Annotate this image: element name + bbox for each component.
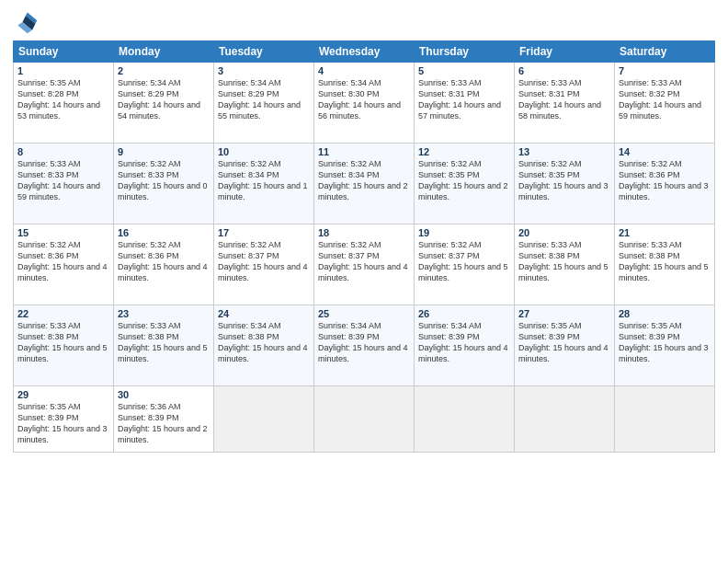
empty-cell: [415, 386, 515, 453]
day-number: 2: [118, 65, 210, 76]
logo-icon: [13, 9, 39, 35]
cell-info: Sunrise: 5:33 AMSunset: 8:38 PMDaylight:…: [118, 320, 210, 365]
calendar-cell-2: 2Sunrise: 5:34 AMSunset: 8:29 PMDaylight…: [114, 63, 214, 144]
cell-info: Sunrise: 5:34 AMSunset: 8:38 PMDaylight:…: [218, 320, 310, 365]
day-number: 26: [418, 308, 510, 319]
calendar-cell-11: 11Sunrise: 5:32 AMSunset: 8:34 PMDayligh…: [314, 144, 415, 224]
day-number: 22: [17, 308, 109, 319]
day-number: 8: [17, 146, 109, 157]
cell-info: Sunrise: 5:33 AMSunset: 8:31 PMDaylight:…: [518, 77, 610, 122]
header: [13, 9, 715, 35]
empty-cell: [314, 386, 415, 453]
calendar-cell-13: 13Sunrise: 5:32 AMSunset: 8:35 PMDayligh…: [515, 144, 615, 224]
cell-info: Sunrise: 5:35 AMSunset: 8:39 PMDaylight:…: [619, 320, 711, 365]
calendar-cell-10: 10Sunrise: 5:32 AMSunset: 8:34 PMDayligh…: [214, 144, 314, 224]
cell-info: Sunrise: 5:32 AMSunset: 8:36 PMDaylight:…: [17, 239, 109, 284]
calendar-cell-15: 15Sunrise: 5:32 AMSunset: 8:36 PMDayligh…: [14, 224, 114, 305]
day-number: 9: [118, 146, 210, 157]
logo: [13, 9, 42, 35]
calendar-row-1: 1Sunrise: 5:35 AMSunset: 8:28 PMDaylight…: [14, 63, 715, 144]
calendar-cell-4: 4Sunrise: 5:34 AMSunset: 8:30 PMDaylight…: [314, 63, 415, 144]
day-number: 7: [619, 65, 711, 76]
calendar-cell-25: 25Sunrise: 5:34 AMSunset: 8:39 PMDayligh…: [314, 305, 415, 386]
calendar-cell-21: 21Sunrise: 5:33 AMSunset: 8:38 PMDayligh…: [615, 224, 715, 305]
calendar-cell-29: 29Sunrise: 5:35 AMSunset: 8:39 PMDayligh…: [14, 386, 114, 453]
day-number: 27: [518, 308, 610, 319]
day-number: 4: [318, 65, 410, 76]
calendar-cell-28: 28Sunrise: 5:35 AMSunset: 8:39 PMDayligh…: [615, 305, 715, 386]
cell-info: Sunrise: 5:35 AMSunset: 8:28 PMDaylight:…: [17, 77, 109, 122]
calendar-cell-1: 1Sunrise: 5:35 AMSunset: 8:28 PMDaylight…: [14, 63, 114, 144]
empty-cell: [615, 386, 715, 453]
day-number: 13: [518, 146, 610, 157]
calendar-cell-22: 22Sunrise: 5:33 AMSunset: 8:38 PMDayligh…: [14, 305, 114, 386]
cell-info: Sunrise: 5:32 AMSunset: 8:33 PMDaylight:…: [118, 158, 210, 203]
calendar-cell-23: 23Sunrise: 5:33 AMSunset: 8:38 PMDayligh…: [114, 305, 214, 386]
cell-info: Sunrise: 5:34 AMSunset: 8:29 PMDaylight:…: [118, 77, 210, 122]
calendar-cell-16: 16Sunrise: 5:32 AMSunset: 8:36 PMDayligh…: [114, 224, 214, 305]
header-friday: Friday: [515, 41, 615, 63]
calendar-row-3: 15Sunrise: 5:32 AMSunset: 8:36 PMDayligh…: [14, 224, 715, 305]
cell-info: Sunrise: 5:32 AMSunset: 8:37 PMDaylight:…: [418, 239, 510, 284]
cell-info: Sunrise: 5:36 AMSunset: 8:39 PMDaylight:…: [118, 401, 210, 446]
calendar-cell-3: 3Sunrise: 5:34 AMSunset: 8:29 PMDaylight…: [214, 63, 314, 144]
day-number: 19: [418, 227, 510, 238]
day-number: 1: [17, 65, 109, 76]
calendar-cell-27: 27Sunrise: 5:35 AMSunset: 8:39 PMDayligh…: [515, 305, 615, 386]
day-number: 14: [619, 146, 711, 157]
calendar-cell-18: 18Sunrise: 5:32 AMSunset: 8:37 PMDayligh…: [314, 224, 415, 305]
day-number: 24: [218, 308, 310, 319]
cell-info: Sunrise: 5:32 AMSunset: 8:34 PMDaylight:…: [318, 158, 410, 203]
cell-info: Sunrise: 5:32 AMSunset: 8:35 PMDaylight:…: [418, 158, 510, 203]
day-number: 3: [218, 65, 310, 76]
header-tuesday: Tuesday: [214, 41, 314, 63]
day-number: 29: [17, 389, 109, 400]
cell-info: Sunrise: 5:33 AMSunset: 8:38 PMDaylight:…: [17, 320, 109, 365]
calendar-table: Sunday Monday Tuesday Wednesday Thursday…: [13, 40, 715, 453]
weekday-header-row: Sunday Monday Tuesday Wednesday Thursday…: [14, 41, 715, 63]
calendar-cell-20: 20Sunrise: 5:33 AMSunset: 8:38 PMDayligh…: [515, 224, 615, 305]
day-number: 23: [118, 308, 210, 319]
calendar-cell-17: 17Sunrise: 5:32 AMSunset: 8:37 PMDayligh…: [214, 224, 314, 305]
day-number: 12: [418, 146, 510, 157]
calendar-row-5: 29Sunrise: 5:35 AMSunset: 8:39 PMDayligh…: [14, 386, 715, 453]
calendar-cell-7: 7Sunrise: 5:33 AMSunset: 8:32 PMDaylight…: [615, 63, 715, 144]
cell-info: Sunrise: 5:33 AMSunset: 8:31 PMDaylight:…: [418, 77, 510, 122]
cell-info: Sunrise: 5:34 AMSunset: 8:39 PMDaylight:…: [418, 320, 510, 365]
header-saturday: Saturday: [615, 41, 715, 63]
calendar-cell-12: 12Sunrise: 5:32 AMSunset: 8:35 PMDayligh…: [415, 144, 515, 224]
day-number: 11: [318, 146, 410, 157]
calendar-cell-19: 19Sunrise: 5:32 AMSunset: 8:37 PMDayligh…: [415, 224, 515, 305]
cell-info: Sunrise: 5:32 AMSunset: 8:36 PMDaylight:…: [118, 239, 210, 284]
cell-info: Sunrise: 5:32 AMSunset: 8:34 PMDaylight:…: [218, 158, 310, 203]
cell-info: Sunrise: 5:33 AMSunset: 8:33 PMDaylight:…: [17, 158, 109, 203]
cell-info: Sunrise: 5:32 AMSunset: 8:36 PMDaylight:…: [619, 158, 711, 203]
day-number: 16: [118, 227, 210, 238]
calendar-cell-6: 6Sunrise: 5:33 AMSunset: 8:31 PMDaylight…: [515, 63, 615, 144]
day-number: 28: [619, 308, 711, 319]
cell-info: Sunrise: 5:33 AMSunset: 8:32 PMDaylight:…: [619, 77, 711, 122]
cell-info: Sunrise: 5:32 AMSunset: 8:37 PMDaylight:…: [318, 239, 410, 284]
header-sunday: Sunday: [14, 41, 114, 63]
calendar-cell-8: 8Sunrise: 5:33 AMSunset: 8:33 PMDaylight…: [14, 144, 114, 224]
empty-cell: [515, 386, 615, 453]
day-number: 15: [17, 227, 109, 238]
calendar-cell-14: 14Sunrise: 5:32 AMSunset: 8:36 PMDayligh…: [615, 144, 715, 224]
cell-info: Sunrise: 5:34 AMSunset: 8:39 PMDaylight:…: [318, 320, 410, 365]
day-number: 10: [218, 146, 310, 157]
calendar-row-4: 22Sunrise: 5:33 AMSunset: 8:38 PMDayligh…: [14, 305, 715, 386]
day-number: 6: [518, 65, 610, 76]
cell-info: Sunrise: 5:33 AMSunset: 8:38 PMDaylight:…: [518, 239, 610, 284]
calendar-cell-30: 30Sunrise: 5:36 AMSunset: 8:39 PMDayligh…: [114, 386, 214, 453]
page: Sunday Monday Tuesday Wednesday Thursday…: [0, 0, 728, 563]
empty-cell: [214, 386, 314, 453]
day-number: 18: [318, 227, 410, 238]
calendar-cell-26: 26Sunrise: 5:34 AMSunset: 8:39 PMDayligh…: [415, 305, 515, 386]
cell-info: Sunrise: 5:32 AMSunset: 8:37 PMDaylight:…: [218, 239, 310, 284]
day-number: 25: [318, 308, 410, 319]
cell-info: Sunrise: 5:32 AMSunset: 8:35 PMDaylight:…: [518, 158, 610, 203]
header-thursday: Thursday: [415, 41, 515, 63]
cell-info: Sunrise: 5:35 AMSunset: 8:39 PMDaylight:…: [518, 320, 610, 365]
day-number: 20: [518, 227, 610, 238]
cell-info: Sunrise: 5:33 AMSunset: 8:38 PMDaylight:…: [619, 239, 711, 284]
